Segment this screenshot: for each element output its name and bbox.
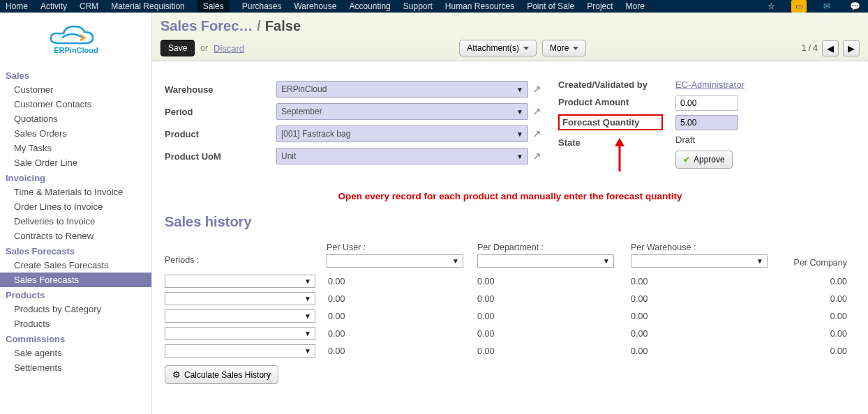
nav-sales[interactable]: Sales <box>197 0 230 13</box>
nav-support[interactable]: Support <box>403 1 433 11</box>
logo: ERPinCloud <box>0 17 151 68</box>
nav-more[interactable]: More <box>626 1 645 11</box>
warehouse-label: Warehouse <box>165 84 269 95</box>
sidebar-item[interactable]: Sale agents <box>0 346 151 360</box>
sidebar-item[interactable]: Customer Contacts <box>0 97 151 112</box>
sidebar-item[interactable]: Contracts to Renew <box>0 229 151 243</box>
created-value[interactable]: EC-Administrator <box>675 78 744 91</box>
sidebar-item[interactable]: Products by Category <box>0 302 151 316</box>
per-user-value: 0.00 <box>327 312 477 321</box>
sidebar-section[interactable]: Commissions <box>0 331 151 346</box>
per-comp-value: 0.00 <box>784 346 855 356</box>
more-button[interactable]: More <box>542 40 586 56</box>
approve-button[interactable]: ✔Approve <box>675 151 733 169</box>
next-button[interactable]: ▶ <box>843 40 860 56</box>
svg-marker-2 <box>615 138 624 146</box>
check-icon: ✔ <box>683 155 690 164</box>
star-icon[interactable]: ☆ <box>763 0 779 13</box>
period-row-select[interactable]: ▼ <box>165 275 315 288</box>
breadcrumb-sep: / <box>257 18 261 34</box>
external-link-icon[interactable]: ↗ <box>532 83 541 95</box>
per-wh-label: Per Warehouse : <box>631 243 784 254</box>
nav-project[interactable]: Project <box>587 1 613 11</box>
attachments-button[interactable]: Attachment(s) <box>459 40 537 56</box>
sidebar-section[interactable]: Invoicing <box>0 170 151 185</box>
sidebar-item[interactable]: Create Sales Forecasts <box>0 258 151 273</box>
sidebar-section[interactable]: Products <box>0 287 151 302</box>
instruction-text: Open every record for each product and m… <box>165 169 855 211</box>
sidebar-item[interactable]: Time & Materials to Invoice <box>0 185 151 199</box>
external-link-icon[interactable]: ↗ <box>532 105 541 118</box>
sidebar-item[interactable]: Deliveries to Invoice <box>0 214 151 229</box>
notes-icon[interactable]: ▭ <box>791 0 807 13</box>
sidebar-item[interactable]: Order Lines to Invoice <box>0 199 151 214</box>
period-label: Period <box>165 107 269 117</box>
warehouse-select[interactable]: ERPinCloud▼ <box>276 81 528 98</box>
per-user-value: 0.00 <box>327 277 477 286</box>
amount-label: Product Amount <box>558 97 663 107</box>
amount-input[interactable] <box>675 95 738 111</box>
per-dept-select[interactable]: ▼ <box>477 254 614 268</box>
nav-pos[interactable]: Point of Sale <box>527 1 574 11</box>
caret-down-icon <box>523 47 529 50</box>
sidebar-item[interactable]: Settlements <box>0 360 151 375</box>
history-row: ▼0.000.000.000.00 <box>165 307 855 325</box>
or-text: or <box>200 43 208 53</box>
per-comp-value: 0.00 <box>784 312 855 321</box>
per-wh-value: 0.00 <box>631 294 784 304</box>
sidebar-item[interactable]: Quotations <box>0 112 151 126</box>
per-dept-value: 0.00 <box>477 346 631 356</box>
external-link-icon[interactable]: ↗ <box>532 150 541 162</box>
period-row-select[interactable]: ▼ <box>165 327 315 340</box>
mail-icon[interactable]: ✉ <box>819 0 835 13</box>
sidebar-item[interactable]: Sales Orders <box>0 126 151 141</box>
sidebar-item[interactable]: Products <box>0 316 151 331</box>
nav-warehouse[interactable]: Warehouse <box>294 1 336 11</box>
period-row-select[interactable]: ▼ <box>165 344 315 358</box>
per-comp-value: 0.00 <box>784 329 855 339</box>
history-row: ▼0.000.000.000.00 <box>165 325 855 342</box>
nav-activity[interactable]: Activity <box>40 1 67 11</box>
breadcrumb-root[interactable]: Sales Forec… <box>160 18 253 34</box>
breadcrumb: Sales Forec… / False <box>160 18 860 40</box>
save-button[interactable]: Save <box>160 40 195 56</box>
chat-icon[interactable]: 💬 <box>847 0 862 13</box>
uom-select[interactable]: Unit▼ <box>276 148 528 164</box>
external-link-icon[interactable]: ↗ <box>532 128 541 140</box>
per-dept-value: 0.00 <box>477 329 631 339</box>
forecast-input[interactable] <box>675 115 738 130</box>
per-user-value: 0.00 <box>327 346 477 356</box>
sidebar: ERPinCloud SalesCustomerCustomer Contact… <box>0 13 152 414</box>
history-row: ▼0.000.000.000.00 <box>165 342 855 360</box>
sidebar-section[interactable]: Sales <box>0 68 151 82</box>
per-wh-select[interactable]: ▼ <box>631 254 768 268</box>
per-user-value: 0.00 <box>327 329 477 339</box>
nav-home[interactable]: Home <box>6 1 28 11</box>
period-row-select[interactable]: ▼ <box>165 292 315 305</box>
nav-crm[interactable]: CRM <box>80 1 98 11</box>
per-user-label: Per User : <box>327 243 477 254</box>
per-comp-value: 0.00 <box>784 294 855 304</box>
nav-purchases[interactable]: Purchases <box>242 1 282 11</box>
period-select[interactable]: September▼ <box>276 103 528 120</box>
sidebar-item[interactable]: Sales Forecasts <box>0 273 151 287</box>
per-user-select[interactable]: ▼ <box>327 254 463 268</box>
prev-button[interactable]: ◀ <box>822 40 839 56</box>
per-comp-label: Per Company <box>784 258 847 270</box>
sales-history-title: Sales history <box>165 211 855 240</box>
nav-accounting[interactable]: Accounting <box>349 1 390 11</box>
sidebar-section[interactable]: Sales Forecasts <box>0 243 151 258</box>
created-label: Created/Validated by <box>558 79 663 90</box>
sidebar-item[interactable]: Customer <box>0 82 151 97</box>
nav-matreq[interactable]: Material Requisition <box>111 1 184 11</box>
calculate-history-button[interactable]: ⚙ Calculate Sales History <box>165 365 278 384</box>
sidebar-item[interactable]: Sale Order Line <box>0 155 151 170</box>
sidebar-item[interactable]: My Tasks <box>0 141 151 155</box>
product-select[interactable]: [001] Fastrack bag▼ <box>276 125 528 142</box>
period-row-select[interactable]: ▼ <box>165 309 315 323</box>
nav-hr[interactable]: Human Resources <box>445 1 514 11</box>
state-label: State <box>558 137 663 148</box>
per-comp-value: 0.00 <box>784 277 855 286</box>
forecast-qty-label: Forecast Quantity <box>558 114 663 130</box>
discard-link[interactable]: Discard <box>214 43 244 54</box>
